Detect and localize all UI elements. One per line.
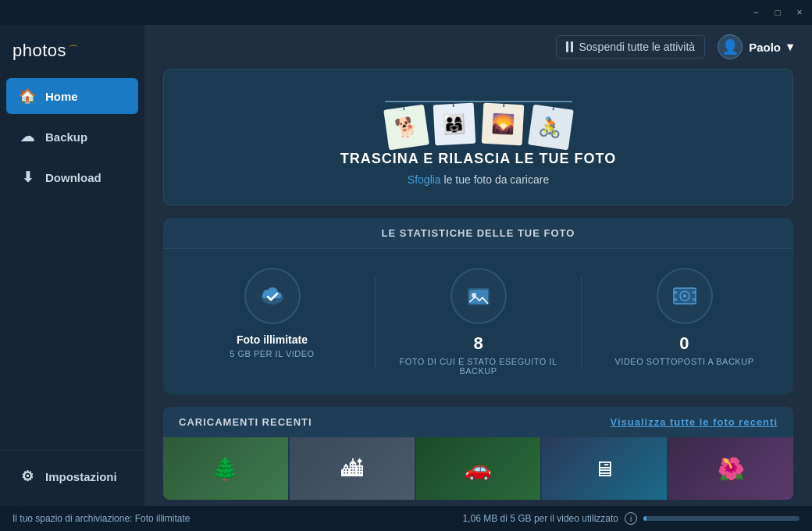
pause-bar-right: [571, 41, 573, 52]
drop-subtitle: Sfoglia le tue foto da caricare: [408, 173, 549, 186]
stat-count-icon: [451, 268, 507, 324]
photos-illustration: 🐕 👨‍👩‍👧 🌄 🚴: [377, 88, 580, 151]
backup-icon: ☁: [19, 128, 36, 145]
photo-card-2: 👨‍👩‍👧: [433, 103, 475, 146]
status-right: 1,06 MB di 5 GB per il video utilizzato …: [463, 512, 800, 525]
stat-count-sub: FOTO DI CUI È STATO ESEGUITO IL BACKUP: [382, 357, 575, 376]
app-container: photos ⌒ 🏠 Home ☁ Backup ⬇ Download ⚙ Im…: [0, 25, 812, 531]
sidebar: photos ⌒ 🏠 Home ☁ Backup ⬇ Download ⚙ Im…: [0, 25, 144, 531]
main-content: Sospendi tutte le attività 👤 Paolo ▾ 🐕 👨…: [144, 25, 812, 531]
recent-thumb-5: 🌺: [668, 437, 793, 500]
clothesline: [385, 101, 572, 102]
progress-bar-container: [643, 516, 800, 521]
logo-arrow-icon: ⌒: [68, 44, 79, 58]
svg-rect-9: [693, 298, 696, 301]
photos-icon: [465, 282, 493, 310]
sidebar-item-home[interactable]: 🏠 Home: [6, 78, 138, 114]
download-icon: ⬇: [19, 169, 36, 186]
header-bar: Sospendi tutte le attività 👤 Paolo ▾: [144, 25, 812, 69]
svg-rect-2: [469, 290, 488, 304]
stat-divider-1: [375, 276, 376, 368]
logo-text: photos: [12, 41, 66, 61]
photo-card-1-img: 🐕: [383, 105, 429, 151]
pause-icon: [566, 41, 573, 52]
settings-item[interactable]: ⚙ Impostazioni: [6, 460, 138, 493]
recent-thumb-2: 🏙: [290, 437, 415, 500]
stat-video-sub: VIDEO SOTTOPOSTI A BACKUP: [615, 357, 754, 366]
stat-photos-sub: 5 GB PER IL VIDEO: [230, 349, 314, 358]
close-button[interactable]: ×: [793, 6, 806, 19]
recent-header: CARICAMENTI RECENTI Visualizza tutte le …: [163, 407, 793, 437]
film-icon: [671, 282, 699, 310]
photo-card-2-img: 👨‍👩‍👧: [433, 103, 475, 146]
recent-section: CARICAMENTI RECENTI Visualizza tutte le …: [163, 407, 793, 500]
stat-count-text: 8 FOTO DI CUI È STATO ESEGUITO IL BACKUP: [382, 333, 575, 376]
stat-video-text: 0 VIDEO SOTTOPOSTI A BACKUP: [615, 333, 754, 366]
stat-video-icon: [657, 268, 713, 324]
cloud-check-icon: [258, 282, 287, 310]
svg-rect-6: [674, 291, 677, 294]
stats-section: LE STATISTICHE DELLE TUE FOTO Foto illim…: [163, 218, 793, 394]
home-icon: 🏠: [19, 87, 36, 105]
photo-card-1: 🐕: [383, 105, 429, 151]
user-chevron-icon: ▾: [787, 40, 793, 54]
recent-title: CARICAMENTI RECENTI: [179, 416, 312, 428]
logo: photos ⌒: [0, 34, 144, 77]
recent-thumb-3: 🚗: [416, 437, 541, 500]
pause-bar-left: [566, 41, 568, 52]
recent-thumb-1: 🌲: [163, 437, 288, 500]
stat-divider-2: [581, 276, 582, 368]
settings-label: Impostazioni: [45, 470, 117, 483]
drop-title: TRASCINA E RILASCIA LE TUE FOTO: [340, 151, 616, 167]
photo-card-3: 🌄: [481, 103, 524, 146]
stats-grid: Foto illimitate 5 GB PER IL VIDEO: [163, 249, 793, 394]
sidebar-item-download-label: Download: [45, 171, 102, 184]
photo-card-4-img: 🚴: [528, 105, 574, 151]
svg-rect-7: [674, 298, 677, 301]
settings-icon: ⚙: [19, 468, 36, 485]
usage-label: 1,06 MB di 5 GB per il video utilizzato: [463, 513, 618, 524]
stat-item-video: 0 VIDEO SOTTOPOSTI A BACKUP: [588, 268, 781, 376]
photo-card-3-img: 🌄: [481, 103, 524, 146]
drop-zone[interactable]: 🐕 👨‍👩‍👧 🌄 🚴 TRASCINA E RILASCIA LE TUE F…: [163, 69, 793, 205]
minimize-button[interactable]: −: [750, 6, 762, 19]
sidebar-item-backup-label: Backup: [45, 130, 87, 144]
drop-subtitle-suffix: le tue foto da caricare: [441, 173, 550, 186]
pause-all-button[interactable]: Sospendi tutte le attività: [556, 35, 706, 59]
stat-video-value: 0: [679, 333, 689, 354]
browse-link[interactable]: Sfoglia: [408, 173, 441, 186]
user-name: Paolo: [749, 41, 781, 54]
sidebar-item-download[interactable]: ⬇ Download: [6, 159, 138, 195]
view-all-link[interactable]: Visualizza tutte le foto recenti: [610, 416, 778, 428]
nav-items: 🏠 Home ☁ Backup ⬇ Download: [0, 77, 144, 450]
svg-rect-8: [693, 291, 696, 294]
stat-item-count: 8 FOTO DI CUI È STATO ESEGUITO IL BACKUP: [382, 268, 575, 376]
storage-label: Il tuo spazio di archiviazione: Foto ill…: [12, 513, 463, 524]
recent-thumb-4: 🖥: [542, 437, 667, 500]
stat-count-value: 8: [473, 333, 483, 354]
user-menu-button[interactable]: 👤 Paolo ▾: [718, 34, 793, 59]
titlebar: − □ ×: [0, 0, 812, 25]
stat-photos-main: Foto illimitate: [237, 333, 308, 346]
stat-item-photos: Foto illimitate 5 GB PER IL VIDEO: [176, 268, 369, 376]
maximize-button[interactable]: □: [771, 6, 784, 19]
info-icon[interactable]: i: [625, 512, 637, 525]
progress-bar-fill: [643, 516, 646, 521]
svg-point-11: [683, 294, 686, 298]
status-bar: Il tuo spazio di archiviazione: Foto ill…: [0, 506, 812, 531]
stat-photos-text: Foto illimitate 5 GB PER IL VIDEO: [230, 333, 314, 358]
photo-card-4: 🚴: [528, 105, 574, 151]
pause-label: Sospendi tutte le attività: [579, 41, 696, 53]
stat-photos-icon: [244, 268, 301, 324]
sidebar-item-home-label: Home: [45, 90, 78, 103]
avatar: 👤: [718, 34, 743, 59]
sidebar-item-backup[interactable]: ☁ Backup: [6, 119, 138, 155]
stats-header: LE STATISTICHE DELLE TUE FOTO: [163, 218, 793, 249]
recent-thumbs: 🌲 🏙 🚗 🖥 🌺: [163, 437, 793, 500]
